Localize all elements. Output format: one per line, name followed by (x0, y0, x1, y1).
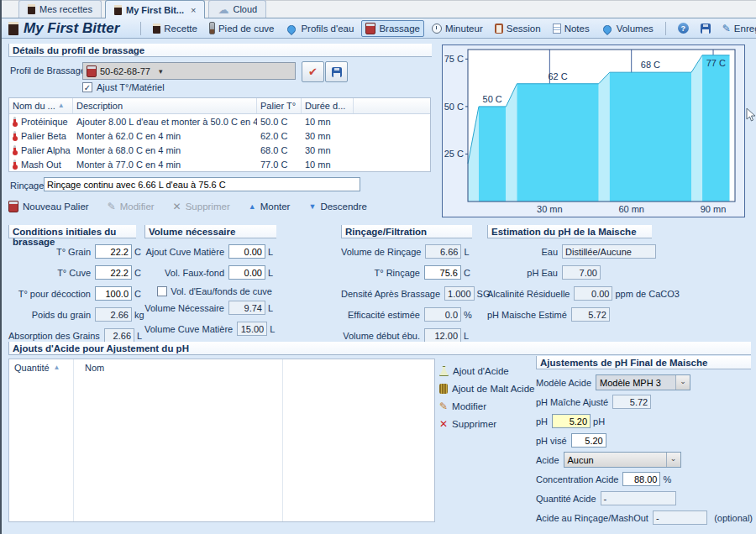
delete-x-icon (439, 419, 448, 429)
note-page-icon (553, 24, 561, 34)
acid-model-dropdown[interactable]: Modèle MPH 3 (596, 374, 690, 390)
mash-profile-value: 50-62-68-77 (100, 66, 150, 76)
checkbox-unchecked-icon (157, 286, 167, 296)
toolbar-pied-de-cuve-button[interactable]: Pied de cuve (205, 19, 279, 37)
sparge-acid-field: - (653, 510, 707, 525)
water-ph-field: 7.00 (562, 265, 601, 280)
section-header-acid-additions: Ajouts d'Acide pour Ajustement du pH (8, 342, 751, 355)
section-header: Conditions initiales du brassage (8, 225, 136, 238)
section-header-mash-profile: Détails du profil de brassage (8, 44, 432, 57)
delete-step-button[interactable]: Supprimer (173, 202, 230, 212)
tab-close-button[interactable]: × (191, 5, 196, 15)
false-bottom-volume-field[interactable]: 0.00 (228, 265, 265, 280)
table-column-divider (74, 359, 283, 521)
tab-mes-recettes[interactable]: Mes recettes (18, 0, 102, 18)
mash-step-buttons: Nouveau Palier Modifier Supprimer Monter… (8, 201, 367, 212)
tab-cloud[interactable]: Cloud (208, 0, 266, 18)
acid-additions-table[interactable]: Quantité Nom (8, 359, 435, 522)
tab-my-first-bitter[interactable]: My First Bit... × (105, 0, 206, 18)
toolbar-brassage-button[interactable]: Brassage (361, 20, 424, 37)
save-profile-button[interactable] (325, 61, 348, 82)
toolbar-profils-eau-button[interactable]: Profils d'eau (281, 21, 358, 36)
edit-profile-button[interactable] (302, 61, 324, 82)
tun-volume-field: 15.00 (237, 322, 267, 336)
mash-table-header[interactable]: Nom du ... Description Palier T° Durée d… (9, 98, 430, 114)
sparge-volume-field: 6.66 (425, 244, 461, 259)
delete-x-icon (173, 202, 181, 212)
toolbar-save-button[interactable] (696, 21, 715, 36)
toolbar-separator (140, 22, 141, 35)
adjust-temp-equipment-checkbox[interactable]: Ajust T°/Matériel (82, 82, 165, 92)
tab-label: My First Bit... (126, 5, 184, 15)
estimated-mash-ph-field: 5.72 (571, 307, 610, 322)
recipe-title: My First Bitter (24, 20, 119, 37)
edit-step-button[interactable]: Modifier (108, 202, 155, 212)
brewing-app-window: Mes recettes My First Bit... × Cloud My … (0, 0, 756, 534)
tun-addition-field[interactable]: 0.00 (228, 244, 265, 259)
move-step-up-button[interactable]: Monter (249, 202, 291, 212)
sparge-description-field[interactable]: Rinçage continu avec 6.66 L d'eau à 75.6… (44, 177, 360, 191)
decoction-temp-field[interactable]: 100.0 (95, 286, 132, 301)
arrow-up-icon (249, 203, 256, 211)
mash-step-row[interactable]: Palier Beta Monter à 62.0 C en 4 min 62.… (9, 128, 430, 143)
volume-needed-field: 9.74 (228, 301, 265, 315)
svg-text:30 mn: 30 mn (537, 204, 563, 214)
grain-temp-field[interactable]: 22.2 (95, 244, 132, 259)
acid-table-header-name[interactable]: Nom (80, 363, 104, 373)
mash-step-row[interactable]: Mash Out Monter à 77.0 C en 4 min 77.0 C… (9, 157, 430, 171)
mash-profile-dropdown[interactable]: 50-62-68-77 (82, 62, 296, 80)
help-icon (678, 23, 689, 34)
water-deadspace-checkbox[interactable]: Vol. d'Eau/fonds de cuve (157, 286, 276, 296)
svg-text:75 C: 75 C (444, 54, 464, 64)
chevron-down-icon (159, 67, 163, 76)
toolbar-help-button[interactable] (674, 20, 693, 36)
target-ph-field[interactable]: 5.20 (571, 433, 606, 448)
pencil-icon (108, 202, 116, 212)
tab-label: Cloud (233, 4, 257, 14)
save-disk-icon (701, 24, 711, 34)
acid-buttons: Ajout d'Acide Ajout de Malt Acide Modifi… (439, 366, 534, 429)
grain-absorption-field: 2.66 (104, 328, 134, 343)
toolbar-save-as-button[interactable]: Enregistrer sous (718, 21, 756, 36)
edit-acid-button[interactable]: Modifier (439, 401, 534, 411)
water-drop-icon (286, 23, 297, 34)
clipboard-icon (495, 24, 503, 34)
svg-text:50 C: 50 C (483, 94, 502, 104)
adjusted-mash-ph-field: 5.72 (612, 395, 651, 409)
section-final-ph-adjustments: Ajustements de pH Final de Maische Modèl… (536, 356, 753, 526)
water-drop-icon (601, 23, 613, 34)
sparge-temp-field[interactable]: 75.6 (424, 265, 461, 280)
preboil-volume-field: 12.00 (424, 328, 461, 343)
mash-temperature-chart: 50 C62 C68 C77 C25 C50 C75 C30 mn60 mn90… (442, 44, 745, 217)
mash-tun-icon (8, 201, 18, 212)
acid-type-dropdown[interactable]: Aucun (564, 452, 681, 468)
optional-note: (optional) (714, 513, 753, 523)
sort-ascending-icon (54, 364, 60, 371)
current-ph-field[interactable]: 5.20 (552, 414, 591, 428)
mash-step-row[interactable]: Protéinique Ajouter 8.00 L d'eau et mont… (9, 114, 430, 128)
move-step-down-button[interactable]: Descendre (308, 202, 367, 212)
section-header: Rinçage/Filtration (341, 225, 472, 238)
new-step-button[interactable]: Nouveau Palier (8, 201, 89, 212)
acid-table-header-quantity[interactable]: Quantité (9, 363, 60, 373)
checkbox-checked-icon (82, 82, 92, 92)
thermometer-icon (13, 160, 16, 169)
tun-temp-field[interactable]: 22.2 (95, 265, 132, 280)
chevron-down-icon (666, 453, 680, 467)
toolbar-recette-button[interactable]: Recette (149, 21, 202, 36)
sort-ascending-icon (58, 102, 65, 109)
toolbar-notes-button[interactable]: Notes (549, 21, 594, 36)
toolbar-minuteur-button[interactable]: Minuteur (428, 21, 487, 36)
save-disk-icon (332, 67, 342, 77)
mash-profile-label: Profil de Brassage (10, 65, 86, 76)
mash-step-row[interactable]: Palier Alpha Monter à 68.0 C en 4 min 68… (9, 143, 430, 157)
vial-icon (209, 22, 215, 34)
svg-text:60 mn: 60 mn (618, 204, 644, 214)
toolbar-volumes-button[interactable]: Volumes (597, 21, 658, 36)
acid-concentration-field[interactable]: 88.00 (622, 472, 660, 486)
add-acid-malt-button[interactable]: Ajout de Malt Acide (439, 384, 534, 394)
toolbar-separator (665, 22, 666, 35)
toolbar-session-button[interactable]: Session (491, 21, 545, 36)
add-acid-button[interactable]: Ajout d'Acide (439, 366, 534, 376)
delete-acid-button[interactable]: Supprimer (439, 419, 534, 429)
